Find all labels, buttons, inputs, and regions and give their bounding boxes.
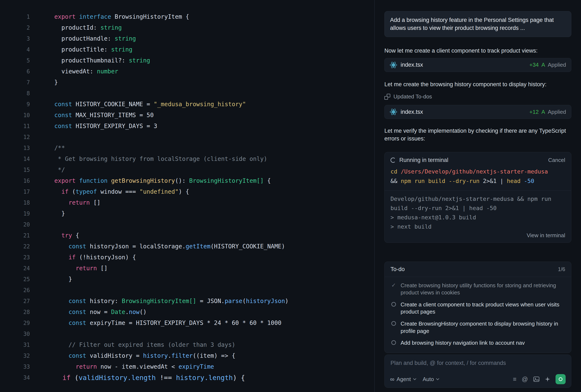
todo-item[interactable]: Add browsing history navigation link to … — [390, 337, 565, 349]
code-token: } — [54, 79, 58, 86]
code-line[interactable]: 21 try { — [0, 230, 374, 241]
sparkle-icon[interactable] — [545, 377, 550, 382]
code-line[interactable]: 31 // Filter out expired items (older th… — [0, 339, 374, 350]
code-line[interactable]: 29 const expiryTime = HISTORY_EXPIRY_DAY… — [0, 318, 374, 329]
code-line[interactable]: 6 viewedAt: number — [0, 66, 374, 77]
code-token: now — [129, 309, 140, 315]
code-line[interactable]: 4 productTitle: string — [0, 44, 374, 55]
line-number: 14 — [0, 154, 30, 165]
code-token: export — [54, 13, 76, 20]
code-line[interactable]: 23 if (!historyJson) { — [0, 252, 374, 263]
chat-input[interactable] — [390, 359, 566, 369]
file-edit-card-2[interactable]: index.tsx +12 A Applied — [384, 105, 571, 119]
code-token: parse — [224, 298, 242, 305]
unchecked-circle-icon — [391, 321, 396, 326]
code-token — [411, 178, 414, 184]
cancel-button[interactable]: Cancel — [548, 157, 565, 163]
code-token: historyJson = localStorage. — [86, 243, 186, 250]
code-line[interactable]: 1export interface BrowsingHistoryItem { — [0, 11, 374, 22]
code-line[interactable]: 3 productHandle: string — [0, 33, 374, 44]
todo-text: Create BrowsingHistory component to disp… — [400, 320, 565, 335]
code-token: * Get browsing history from localStorage… — [54, 155, 267, 162]
code-token: ( — [70, 374, 79, 382]
code-line[interactable]: 8 — [0, 88, 374, 99]
code-lines-container: 1export interface BrowsingHistoryItem {2… — [0, 11, 374, 383]
code-line[interactable]: 22 const historyJson = localStorage.getI… — [0, 241, 374, 252]
chat-composer[interactable]: ∞ Agent Auto ≡ @ — [384, 355, 571, 388]
agent-mode-selector[interactable]: ∞ Agent — [390, 376, 416, 383]
code-token: if — [68, 254, 76, 261]
code-token: const — [68, 352, 86, 359]
code-line[interactable]: 30 — [0, 329, 374, 339]
todo-item[interactable]: ✓Create browsing history utility functio… — [390, 279, 565, 299]
agent-label: Agent — [396, 376, 411, 383]
code-token: const — [68, 319, 86, 326]
code-line[interactable]: 34 if (validHistory.length !== history.l… — [0, 372, 374, 383]
code-token: string — [111, 46, 132, 53]
user-message[interactable]: Add a browsing history feature in the Pe… — [384, 11, 571, 37]
line-number: 6 — [0, 66, 30, 77]
code-line[interactable]: 28 const now = Date.now() — [0, 307, 374, 318]
view-in-terminal-link[interactable]: View in terminal — [527, 232, 565, 239]
code-line[interactable]: 33 return now - item.viewedAt < expiryTi… — [0, 361, 374, 372]
send-button[interactable] — [556, 374, 566, 384]
code-line[interactable]: 24 return [] — [0, 263, 374, 274]
code-editor[interactable]: 1export interface BrowsingHistoryItem {2… — [0, 0, 374, 392]
code-token: try — [62, 232, 72, 239]
code-line[interactable]: 13/** — [0, 143, 374, 154]
chevron-down-icon — [413, 378, 416, 381]
code-token: string — [115, 35, 136, 42]
code-line[interactable]: 32 const validHistory = history.filter((… — [0, 350, 374, 361]
line-number: 8 — [0, 88, 30, 99]
code-line[interactable]: 19 } — [0, 208, 374, 219]
image-icon[interactable] — [533, 377, 540, 382]
code-line[interactable]: 10const MAX_HISTORY_ITEMS = 50 — [0, 110, 374, 121]
code-token — [425, 178, 428, 184]
line-number: 23 — [0, 252, 30, 263]
code-token: history: — [86, 298, 122, 305]
line-number: 7 — [0, 77, 30, 88]
spinner-icon — [390, 158, 396, 163]
code-token: string — [100, 24, 122, 31]
code-token: expiryTime = HISTORY_EXPIRY_DAYS * 24 * … — [86, 319, 282, 326]
code-token: ( — [68, 188, 76, 195]
line-number: 28 — [0, 307, 30, 318]
updated-todos[interactable]: Updated To-dos — [384, 93, 571, 100]
code-token: const — [68, 298, 86, 305]
code-line[interactable]: 16export function getBrowsingHistory(): … — [0, 175, 374, 186]
code-line[interactable]: 9const HISTORY_COOKIE_NAME = "_medusa_br… — [0, 99, 374, 110]
code-token: return — [76, 265, 97, 272]
code-line[interactable]: 7} — [0, 77, 374, 88]
todo-item[interactable]: Create a client component to track produ… — [390, 299, 565, 318]
code-line[interactable]: 14 * Get browsing history from localStor… — [0, 154, 374, 165]
code-token — [54, 232, 62, 239]
todo-item[interactable]: Create BrowsingHistory component to disp… — [390, 318, 565, 337]
unchecked-circle-icon — [391, 302, 396, 307]
mention-icon[interactable]: @ — [522, 376, 528, 382]
code-line[interactable]: 12 — [0, 132, 374, 143]
code-line[interactable]: 11const HISTORY_EXPIRY_DAYS = 3 — [0, 121, 374, 132]
code-line[interactable]: 17 if (typeof window === "undefined") { — [0, 186, 374, 197]
code-token — [398, 168, 401, 175]
code-token: getBrowsingHistory — [111, 177, 175, 184]
code-line[interactable]: 26 — [0, 285, 374, 296]
code-line[interactable]: 15 */ — [0, 165, 374, 175]
code-token: productTitle: — [54, 46, 111, 53]
line-number: 4 — [0, 44, 30, 55]
code-token — [54, 363, 76, 370]
line-number: 3 — [0, 33, 30, 44]
code-line[interactable]: 20 — [0, 219, 374, 230]
code-line[interactable]: 27 const history: BrowsingHistoryItem[] … — [0, 296, 374, 307]
code-token: "undefined" — [140, 188, 178, 195]
code-line[interactable]: 25 } — [0, 274, 374, 285]
code-line[interactable]: 5 productThumbnail?: string — [0, 55, 374, 66]
list-icon[interactable]: ≡ — [513, 376, 516, 382]
code-line[interactable]: 18 return [] — [0, 197, 374, 208]
code-line[interactable]: 2 productId: string — [0, 22, 374, 33]
assistant-text-2: Let me create the browsing history compo… — [384, 81, 571, 88]
diff-additions: +12 — [530, 109, 539, 115]
assistant-text-3: Let me verify the implementation by chec… — [384, 127, 571, 143]
file-edit-card-1[interactable]: index.tsx +34 A Applied — [384, 58, 571, 72]
model-selector[interactable]: Auto — [423, 376, 440, 383]
code-token: ( — [242, 298, 246, 305]
